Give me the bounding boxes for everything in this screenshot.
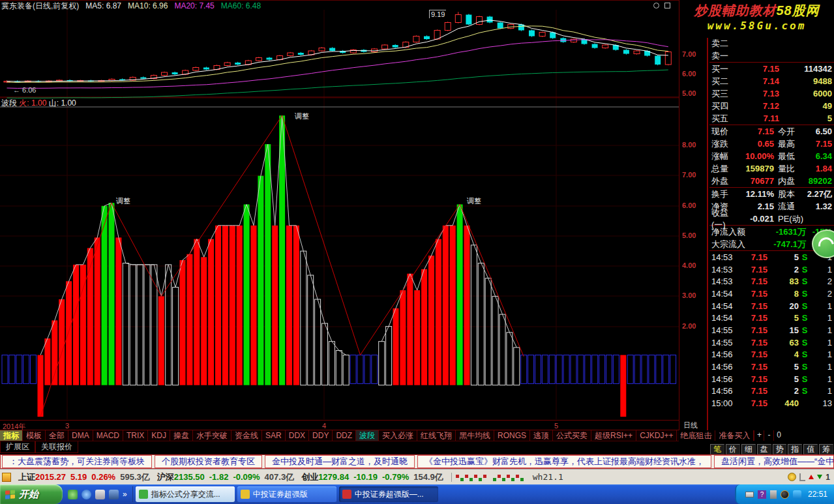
- index-pct: -0.09%: [233, 472, 260, 482]
- news-segment-3[interactable]: 《金中投迅赢宝》财富先机，迅赢尊享，代表上证报最高端财经资讯水准，: [417, 455, 711, 468]
- indicator-tab-18[interactable]: RONGS: [494, 430, 530, 441]
- indicator-tab-5[interactable]: TRIX: [123, 430, 148, 441]
- chart-canvas[interactable]: [0, 1, 679, 431]
- bottom-tab-0[interactable]: 扩展区: [0, 441, 35, 453]
- ma-lines: [7, 20, 668, 98]
- refresh-icon[interactable]: [653, 3, 659, 8]
- indicator-tab-10[interactable]: SAR: [262, 430, 286, 441]
- field-value: 89202: [807, 176, 832, 186]
- buy-row[interactable]: 买五7.115: [709, 112, 834, 125]
- indicator-tab-9[interactable]: 资金线: [231, 430, 262, 441]
- sell-label: 卖二: [711, 38, 741, 50]
- buy-row[interactable]: 买二7.149488: [709, 75, 834, 87]
- quote-tab-价[interactable]: 价: [726, 444, 740, 454]
- indicator-tab-15[interactable]: 买入必涨: [379, 430, 417, 441]
- quicklaunch-icon-2[interactable]: [95, 490, 105, 499]
- news-segment-4[interactable]: 盘活闲置，高效增值——“金中投: [714, 455, 834, 468]
- buy-row[interactable]: 买一7.15114342: [709, 63, 834, 75]
- internet-explorer-icon[interactable]: [82, 490, 91, 499]
- indicator-tab-2[interactable]: 全部: [46, 430, 68, 441]
- task-button-1[interactable]: 中投证券超强版: [237, 486, 336, 502]
- quote-detail-row: 外盘70677内盘89202: [709, 175, 834, 187]
- quote-tab-盘[interactable]: 盘: [757, 444, 771, 454]
- tab-control-+[interactable]: +: [754, 430, 764, 441]
- tick-time: 14:56: [711, 362, 737, 372]
- volume-icon[interactable]: [793, 490, 801, 499]
- tick-row: 14:537.152S1: [709, 263, 834, 276]
- indicator-tab-0[interactable]: 指标: [0, 430, 23, 441]
- quote-tab-指[interactable]: 指: [788, 444, 802, 454]
- indicator-tab-24[interactable]: 准备买入: [715, 430, 754, 441]
- news-segment-2[interactable]: 金中投及时通—财富之道，及时通晓: [265, 455, 415, 468]
- sell-row[interactable]: 卖一: [709, 50, 834, 62]
- indicator-tab-20[interactable]: 公式买卖: [553, 430, 591, 441]
- indicator-tab-6[interactable]: KDJ: [148, 430, 170, 441]
- index-bar-icon[interactable]: [2, 473, 11, 482]
- indicator-tab-14[interactable]: 波段: [356, 430, 379, 441]
- buy-row[interactable]: 买四7.1249: [709, 100, 834, 112]
- tick-volume: 5: [767, 374, 799, 384]
- bottom-tab-1[interactable]: 关联报价: [35, 441, 78, 453]
- flow-label: 大宗流入: [711, 239, 761, 250]
- indicator-tab-7[interactable]: 操盘: [170, 430, 193, 441]
- qq-icon[interactable]: [781, 490, 789, 499]
- quote-tab-值[interactable]: 值: [803, 444, 818, 454]
- indicator-tab-8[interactable]: 水手突破: [193, 430, 231, 441]
- wh-label: wh21.1: [533, 472, 563, 482]
- titlebar-icons: [653, 2, 678, 9]
- indicator-tab-4[interactable]: MACD: [93, 430, 123, 441]
- buy-row[interactable]: 买三7.136000: [709, 87, 834, 100]
- indicator-tab-19[interactable]: 逃顶: [530, 430, 553, 441]
- display-icon[interactable]: [770, 490, 777, 499]
- quicklaunch-icon-3[interactable]: [109, 490, 119, 499]
- price-axis-column: 7.006.005.008.007.006.005.004.003.002.00…: [679, 0, 708, 430]
- field-label: 量比: [778, 163, 807, 175]
- quote-tab-势[interactable]: 势: [773, 444, 787, 454]
- quicklaunch-more-icon[interactable]: »: [123, 490, 127, 499]
- task-button-0[interactable]: 指标公式分享交流...: [136, 486, 235, 502]
- tick-volume: 83: [767, 276, 799, 286]
- indicator-tab-17[interactable]: 黑牛均线: [456, 430, 494, 441]
- buy-label: 买一: [711, 63, 741, 75]
- sun-icon[interactable]: [788, 473, 796, 481]
- quote-detail-row: 收益(一)-0.021PE(动): [709, 213, 834, 225]
- help-icon[interactable]: ?: [758, 490, 766, 499]
- quote-tab-笔[interactable]: 笔: [710, 444, 724, 454]
- field-label: 最高: [778, 138, 807, 150]
- news-segment-1[interactable]: 个股期权投资者教育专区: [155, 455, 262, 468]
- chart-region[interactable]: 冀东装备(日线,前复权)MA5: 6.87MA10: 6.96MA20: 7.4…: [0, 0, 679, 430]
- tick-side: S: [799, 325, 811, 335]
- antenna-icon[interactable]: [799, 473, 805, 481]
- tab-control-0[interactable]: 0: [773, 430, 783, 441]
- keyboard-icon[interactable]: [745, 492, 754, 497]
- quicklaunch-icon-1[interactable]: [68, 490, 78, 499]
- quote-tab-细[interactable]: 细: [741, 444, 756, 454]
- maximize-icon[interactable]: [664, 3, 670, 8]
- index-name[interactable]: 创业: [301, 471, 318, 483]
- indicator-tab-21[interactable]: 超级RSI++: [591, 430, 636, 441]
- indicator-tab-11[interactable]: DDX: [286, 430, 309, 441]
- indicator-tab-12[interactable]: DDY: [309, 430, 333, 441]
- tab-controls: +-0: [754, 430, 783, 441]
- start-button[interactable]: 开始: [0, 484, 63, 504]
- mini-trend-bar: [498, 475, 501, 478]
- sell-row[interactable]: 卖二: [709, 37, 834, 50]
- tick-volume: 20: [767, 301, 799, 311]
- indicator-tab-13[interactable]: DDZ: [333, 430, 356, 441]
- indicator-tab-16[interactable]: 红线飞翔: [417, 430, 456, 441]
- quote-detail-row: 总量159879量比1.84: [709, 162, 834, 175]
- tick-count: 2: [811, 276, 832, 286]
- news-segment-0[interactable]: ：大盘震荡蓄势，可关注券商等板块: [2, 455, 152, 468]
- quote-tab-筹[interactable]: 筹: [819, 444, 833, 454]
- chart-title-bar: 冀东装备(日线,前复权)MA5: 6.87MA10: 6.96MA20: 7.4…: [1, 1, 274, 10]
- indicator-tab-23[interactable]: 绝底狙击: [677, 430, 715, 441]
- index-name[interactable]: 沪深: [157, 471, 174, 483]
- indicator-tab-1[interactable]: 模板: [23, 430, 46, 441]
- buy-label: 买五: [711, 113, 741, 125]
- task-button-2[interactable]: 中投证券超强版—...: [339, 486, 438, 502]
- index-name[interactable]: 上证: [18, 471, 35, 483]
- indicator-tab-3[interactable]: DMA: [68, 430, 93, 441]
- tab-control--[interactable]: -: [764, 430, 773, 441]
- tick-time: 14:53: [711, 276, 737, 286]
- indicator-tab-22[interactable]: CJKDJ++: [636, 430, 677, 441]
